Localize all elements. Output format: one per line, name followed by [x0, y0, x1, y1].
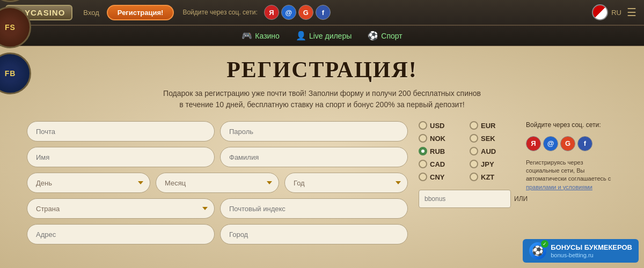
currency-row-3: RUB AUD: [419, 147, 515, 155]
label-cny: CNY: [430, 173, 444, 181]
google-icon-top[interactable]: G: [298, 5, 313, 20]
left-badges: ⊕ BONUS ⊕ FS ⊕ FB: [0, 0, 31, 94]
row-country-postal: Страна: [27, 198, 408, 219]
radio-rub[interactable]: [419, 147, 427, 155]
watermark-sub: bonus-betting.ru: [551, 252, 632, 258]
currency-kzt[interactable]: KZT: [470, 173, 515, 181]
yandex-icon-top[interactable]: Я: [264, 5, 279, 20]
registration-form: День Месяц Год Страна: [27, 121, 617, 244]
currency-cad[interactable]: CAD: [419, 160, 464, 168]
login-button[interactable]: Вход: [79, 6, 103, 19]
right-social-icons: Я @ G f: [526, 136, 617, 151]
month-select[interactable]: Месяц: [156, 173, 279, 193]
label-rub: RUB: [430, 147, 445, 155]
label-nok: NOK: [430, 135, 445, 143]
casino-icon: 🎮: [241, 31, 252, 41]
nav-live[interactable]: 👤 Live дилеры: [296, 31, 352, 41]
promo-row: ИЛИ: [419, 190, 515, 208]
row-name-surname: [27, 147, 408, 167]
watermark-ball-icon: ⚽ ✓: [529, 242, 546, 259]
radio-kzt[interactable]: [470, 173, 478, 181]
badge-fs[interactable]: ⊕ FS: [0, 6, 31, 48]
radio-aud[interactable]: [470, 147, 478, 155]
live-label: Live дилеры: [309, 32, 352, 40]
badge-bonus[interactable]: ⊕ BONUS: [0, 0, 31, 2]
right-social-note: Регистрируясь через социальные сети, Вы …: [526, 159, 617, 192]
badge-fs-text: FS: [5, 23, 16, 32]
form-fields: День Месяц Год Страна: [27, 121, 408, 244]
yandex-icon-right[interactable]: Я: [526, 136, 541, 151]
menu-icon[interactable]: ☰: [625, 6, 639, 19]
label-cad: CAD: [430, 160, 445, 168]
currency-usd[interactable]: USD: [419, 121, 464, 130]
mailru-icon-top[interactable]: @: [281, 5, 296, 20]
main-content: ⊕ BONUS ⊕ FS ⊕ FB РЕГИСТРАЦИЯ! Подарок з…: [0, 46, 644, 268]
social-icons-top: Я @ G f: [264, 5, 331, 20]
register-button[interactable]: Регистрация!: [107, 5, 174, 20]
currency-sek[interactable]: SEK: [470, 134, 515, 143]
radio-nok[interactable]: [419, 134, 427, 143]
email-input[interactable]: [27, 121, 215, 142]
address-input[interactable]: [27, 224, 215, 244]
badge-fb[interactable]: ⊕ FB: [0, 53, 31, 94]
badge-fb-text: FB: [5, 69, 16, 78]
radio-sek[interactable]: [470, 134, 478, 143]
nav-casino[interactable]: 🎮 Казино: [241, 31, 280, 41]
currency-row-4: CAD JPY: [419, 160, 515, 168]
radio-eur[interactable]: [470, 121, 478, 130]
sub-navigation: 🎮 Казино 👤 Live дилеры ⚽ Спорт: [0, 26, 644, 46]
label-jpy: JPY: [481, 160, 494, 168]
promo-input[interactable]: [419, 190, 511, 208]
year-select[interactable]: Год: [284, 173, 408, 193]
language-text[interactable]: RU: [611, 9, 621, 17]
currency-row-5: CNY KZT: [419, 173, 515, 181]
flag-icon: [592, 4, 608, 20]
casino-label: Казино: [255, 32, 280, 40]
currency-selection: USD EUR NOK SEK: [419, 121, 515, 244]
radio-usd[interactable]: [419, 121, 427, 130]
page-subtitle: Подарок за регистрацию уже почти твой! З…: [161, 88, 483, 110]
watermark-main: БОНУСЫ БУКМЕКЕРОВ: [551, 243, 632, 252]
city-input[interactable]: [220, 224, 408, 244]
facebook-icon-right[interactable]: f: [577, 136, 592, 151]
row-address-city: [27, 224, 408, 244]
radio-cny[interactable]: [419, 173, 427, 181]
right-social-header: Войдите через соц. сети:: [526, 121, 617, 130]
label-kzt: KZT: [481, 173, 494, 181]
top-navigation: JOYCASINO Вход Регистрация! Войдите чере…: [0, 0, 644, 26]
password-input[interactable]: [220, 121, 408, 142]
currency-row-1: USD EUR: [419, 121, 515, 130]
facebook-icon-top[interactable]: f: [316, 5, 331, 20]
social-label: Войдите через соц. сети:: [182, 9, 257, 16]
country-select[interactable]: Страна: [27, 198, 215, 219]
label-aud: AUD: [481, 147, 496, 155]
terms-link[interactable]: правилами и условиями: [526, 184, 592, 190]
currency-aud[interactable]: AUD: [470, 147, 515, 155]
nav-sport[interactable]: ⚽ Спорт: [368, 31, 402, 41]
label-sek: SEK: [481, 135, 495, 143]
radio-jpy[interactable]: [470, 160, 478, 168]
sport-icon: ⚽: [368, 31, 378, 41]
mailru-icon-right[interactable]: @: [543, 136, 558, 151]
day-select[interactable]: День: [27, 173, 150, 193]
name-input[interactable]: [27, 147, 215, 167]
surname-input[interactable]: [220, 147, 408, 167]
currency-jpy[interactable]: JPY: [470, 160, 515, 168]
currency-eur[interactable]: EUR: [470, 121, 515, 130]
live-icon: 👤: [296, 31, 306, 41]
row-email-password: [27, 121, 408, 142]
currency-cny[interactable]: CNY: [419, 173, 464, 181]
google-icon-right[interactable]: G: [560, 136, 575, 151]
currency-rub[interactable]: RUB: [419, 147, 464, 155]
right-social-area: Войдите через соц. сети: Я @ G f Регистр…: [526, 121, 617, 244]
label-eur: EUR: [481, 122, 495, 130]
language-area: RU ☰: [592, 4, 639, 20]
page-title: РЕГИСТРАЦИЯ!: [226, 57, 418, 83]
row-dob: День Месяц Год: [27, 173, 408, 193]
postal-input[interactable]: [220, 198, 408, 219]
currency-nok[interactable]: NOK: [419, 134, 464, 143]
watermark-text-area: БОНУСЫ БУКМЕКЕРОВ bonus-betting.ru: [551, 243, 632, 259]
sport-label: Спорт: [381, 32, 402, 40]
watermark: ⚽ ✓ БОНУСЫ БУКМЕКЕРОВ bonus-betting.ru: [523, 239, 639, 263]
radio-cad[interactable]: [419, 160, 427, 168]
